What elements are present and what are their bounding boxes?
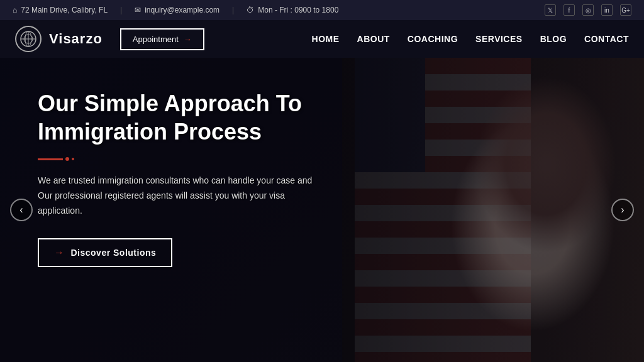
nav-item-contact[interactable]: CONTACT [584,34,629,44]
brand-name: Visarzo [49,31,103,47]
topbar-address: ⌂ 72 Main Drive, Calibry, FL [13,6,108,14]
brand-logo [15,26,42,52]
twitter-icon[interactable]: 𝕏 [545,4,556,16]
hero-description: We are trusted immigration consultants w… [38,173,327,218]
mail-icon: ✉ [135,6,141,14]
nav-item-services[interactable]: SERVICES [475,34,523,44]
topbar-email: ✉ inquiry@example.com [135,6,219,14]
logo-svg [19,30,37,48]
navbar: Visarzo Appointment → HOME ABOUT COACHIN… [0,20,644,58]
nav-item-coaching[interactable]: COACHING [408,34,458,44]
appointment-button[interactable]: Appointment → [120,28,204,50]
hero-title: Our Simple Approach To Immigration Proce… [38,89,340,146]
hero-content: Our Simple Approach To Immigration Proce… [0,58,377,299]
nav-item-about[interactable]: ABOUT [357,34,390,44]
carousel-prev-button[interactable]: ‹ [10,199,33,221]
home-icon: ⌂ [13,6,17,14]
arrow-icon: → [184,35,192,44]
divider-line [38,158,63,160]
chevron-left-icon: ‹ [19,204,23,216]
hero-divider [38,157,340,161]
discover-solutions-button[interactable]: → Discover Solutions [38,238,172,267]
brand: Visarzo Appointment → [15,26,204,52]
topbar-social: 𝕏 f ◎ in G+ [545,4,631,16]
googleplus-icon[interactable]: G+ [620,4,631,16]
nav-item-blog[interactable]: BLOG [540,34,567,44]
nav-item-home[interactable]: HOME [312,34,340,44]
topbar-contact-info: ⌂ 72 Main Drive, Calibry, FL | ✉ inquiry… [13,6,338,14]
clock-icon: ⏱ [247,6,254,14]
carousel-next-button[interactable]: › [611,199,634,221]
button-arrow-icon: → [54,247,65,258]
main-nav: HOME ABOUT COACHING SERVICES BLOG CONTAC… [312,34,629,44]
divider-1: | [120,6,122,14]
discover-btn-label: Discover Solutions [71,248,157,258]
divider-dot-2 [72,158,74,160]
hero-section: ‹ Our Simple Approach To Immigration Pro… [0,58,644,362]
facebook-icon[interactable]: f [564,4,575,16]
instagram-icon[interactable]: ◎ [582,4,594,16]
chevron-right-icon: › [621,204,624,216]
divider-dot-1 [65,157,69,161]
divider-2: | [232,6,234,14]
topbar: ⌂ 72 Main Drive, Calibry, FL | ✉ inquiry… [0,0,644,20]
linkedin-icon[interactable]: in [601,4,613,16]
topbar-hours: ⏱ Mon - Fri : 0900 to 1800 [247,6,338,14]
